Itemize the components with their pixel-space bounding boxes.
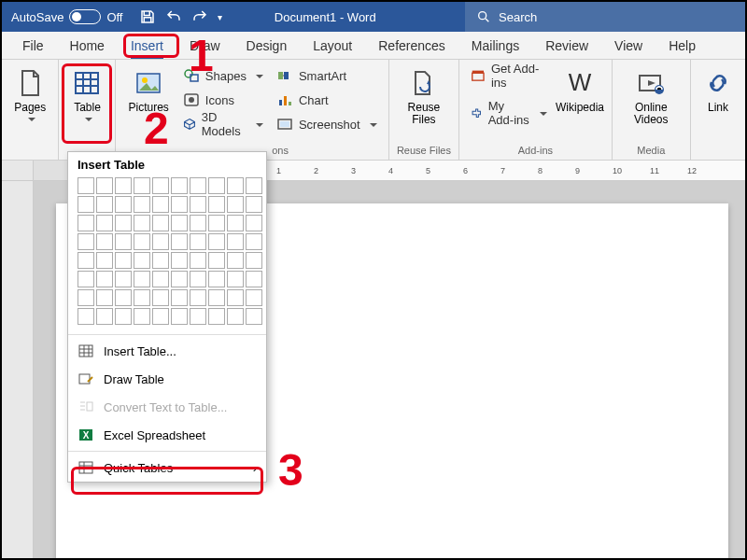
grid-cell[interactable] <box>115 252 132 269</box>
grid-cell[interactable] <box>152 177 169 194</box>
grid-cell[interactable] <box>96 233 113 250</box>
grid-cell[interactable] <box>152 289 169 306</box>
smartart-button[interactable]: SmartArt <box>271 63 383 88</box>
grid-cell[interactable] <box>190 196 206 213</box>
grid-cell[interactable] <box>227 215 244 231</box>
wikipedia-button[interactable]: W Wikipedia <box>555 63 606 143</box>
grid-cell[interactable] <box>78 252 94 269</box>
grid-cell[interactable] <box>171 215 188 231</box>
grid-cell[interactable] <box>171 271 188 287</box>
grid-cell[interactable] <box>171 196 188 213</box>
undo-icon[interactable] <box>165 8 182 25</box>
grid-cell[interactable] <box>152 252 169 269</box>
my-addins-button[interactable]: My Add-ins <box>465 101 552 125</box>
reuse-files-button[interactable]: Reuse Files <box>395 63 453 143</box>
grid-cell[interactable] <box>208 289 225 306</box>
shapes-button[interactable]: Shapes <box>177 63 269 88</box>
grid-cell[interactable] <box>134 215 150 231</box>
grid-cell[interactable] <box>246 289 262 306</box>
autosave-control[interactable]: AutoSave Off <box>2 9 132 24</box>
grid-cell[interactable] <box>115 233 132 250</box>
grid-cell[interactable] <box>208 308 225 325</box>
grid-cell[interactable] <box>227 252 244 269</box>
grid-cell[interactable] <box>208 233 225 250</box>
get-addins-button[interactable]: Get Add-ins <box>465 63 552 88</box>
grid-cell[interactable] <box>96 252 113 269</box>
grid-cell[interactable] <box>96 271 113 287</box>
grid-cell[interactable] <box>246 271 262 287</box>
grid-cell[interactable] <box>227 177 244 194</box>
table-button[interactable]: Table <box>64 63 109 143</box>
grid-cell[interactable] <box>246 196 262 213</box>
grid-cell[interactable] <box>78 196 94 213</box>
grid-cell[interactable] <box>134 289 150 306</box>
grid-cell[interactable] <box>134 177 150 194</box>
screenshot-button[interactable]: Screenshot <box>271 112 383 136</box>
chart-button[interactable]: Chart <box>271 88 383 112</box>
grid-cell[interactable] <box>171 308 188 325</box>
grid-cell[interactable] <box>134 233 150 250</box>
grid-cell[interactable] <box>115 271 132 287</box>
grid-cell[interactable] <box>171 177 188 194</box>
grid-cell[interactable] <box>78 271 94 287</box>
grid-cell[interactable] <box>227 196 244 213</box>
grid-cell[interactable] <box>96 177 113 194</box>
grid-cell[interactable] <box>190 215 206 231</box>
link-button[interactable]: Link <box>697 63 740 143</box>
grid-cell[interactable] <box>246 252 262 269</box>
pages-button[interactable]: Pages <box>7 63 52 143</box>
grid-cell[interactable] <box>227 289 244 306</box>
tab-references[interactable]: References <box>365 35 458 59</box>
grid-cell[interactable] <box>152 215 169 231</box>
search-box[interactable]: Search <box>465 2 745 32</box>
save-icon[interactable] <box>139 8 156 25</box>
grid-cell[interactable] <box>171 233 188 250</box>
table-size-grid[interactable] <box>68 175 266 332</box>
grid-cell[interactable] <box>246 215 262 231</box>
online-videos-button[interactable]: Online Videos <box>618 63 684 143</box>
grid-cell[interactable] <box>227 233 244 250</box>
grid-cell[interactable] <box>190 271 206 287</box>
grid-cell[interactable] <box>152 196 169 213</box>
grid-cell[interactable] <box>96 289 113 306</box>
grid-cell[interactable] <box>115 196 132 213</box>
tab-home[interactable]: Home <box>57 35 118 59</box>
grid-cell[interactable] <box>171 289 188 306</box>
grid-cell[interactable] <box>152 271 169 287</box>
grid-cell[interactable] <box>134 308 150 325</box>
grid-cell[interactable] <box>208 215 225 231</box>
grid-cell[interactable] <box>134 252 150 269</box>
autosave-toggle[interactable] <box>69 9 101 24</box>
grid-cell[interactable] <box>78 177 94 194</box>
grid-cell[interactable] <box>115 308 132 325</box>
grid-cell[interactable] <box>171 252 188 269</box>
grid-cell[interactable] <box>227 308 244 325</box>
grid-cell[interactable] <box>208 271 225 287</box>
pictures-button[interactable]: Pictures <box>121 63 175 143</box>
tab-layout[interactable]: Layout <box>300 35 365 59</box>
grid-cell[interactable] <box>208 252 225 269</box>
menu-insert-table[interactable]: Insert Table... <box>68 337 266 365</box>
grid-cell[interactable] <box>115 215 132 231</box>
grid-cell[interactable] <box>78 233 94 250</box>
tab-help[interactable]: Help <box>655 35 709 59</box>
menu-draw-table[interactable]: Draw Table <box>68 365 266 393</box>
grid-cell[interactable] <box>208 196 225 213</box>
grid-cell[interactable] <box>78 308 94 325</box>
grid-cell[interactable] <box>115 289 132 306</box>
3dmodels-button[interactable]: 3D Models <box>177 112 269 136</box>
grid-cell[interactable] <box>190 233 206 250</box>
tab-view[interactable]: View <box>601 35 655 59</box>
grid-cell[interactable] <box>78 289 94 306</box>
grid-cell[interactable] <box>227 271 244 287</box>
grid-cell[interactable] <box>152 308 169 325</box>
grid-cell[interactable] <box>134 271 150 287</box>
grid-cell[interactable] <box>246 308 262 325</box>
tab-review[interactable]: Review <box>532 35 601 59</box>
tab-insert[interactable]: Insert <box>118 35 176 59</box>
grid-cell[interactable] <box>78 215 94 231</box>
grid-cell[interactable] <box>152 233 169 250</box>
grid-cell[interactable] <box>96 308 113 325</box>
grid-cell[interactable] <box>190 252 206 269</box>
tab-design[interactable]: Design <box>233 35 301 59</box>
